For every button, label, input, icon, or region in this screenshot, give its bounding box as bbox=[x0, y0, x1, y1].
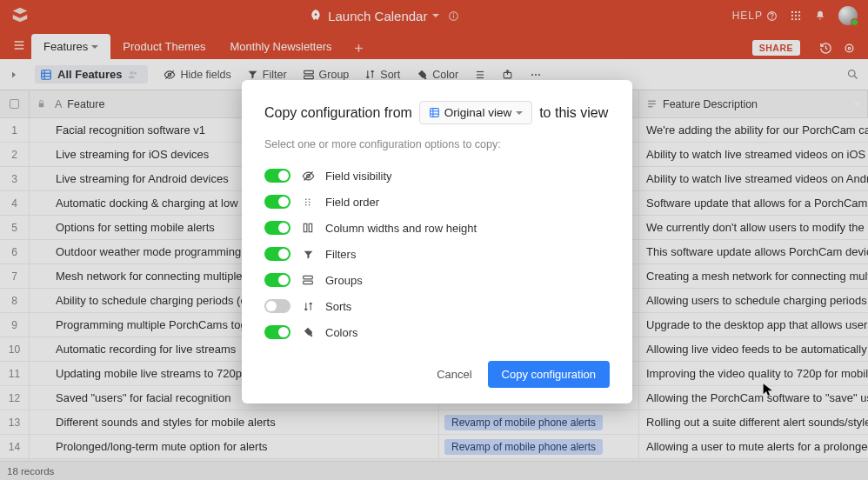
toggle-switch[interactable] bbox=[264, 169, 290, 183]
option-label: Colors bbox=[325, 326, 358, 339]
order-icon bbox=[301, 197, 315, 208]
option-label: Column widths and row height bbox=[325, 222, 477, 235]
toggle-switch[interactable] bbox=[264, 221, 290, 235]
svg-point-55 bbox=[308, 201, 310, 203]
svg-point-52 bbox=[304, 201, 306, 203]
option-label: Field order bbox=[325, 196, 379, 209]
sort-icon bbox=[301, 301, 315, 312]
svg-point-61 bbox=[310, 335, 312, 337]
toggle-switch[interactable] bbox=[264, 325, 290, 339]
svg-rect-58 bbox=[309, 223, 312, 231]
config-option: Column widths and row height bbox=[264, 215, 610, 241]
chevron-down-icon bbox=[516, 111, 523, 115]
config-option: Field visibility bbox=[264, 163, 610, 189]
modal-title-post: to this view bbox=[539, 105, 608, 121]
toggle-switch[interactable] bbox=[264, 299, 290, 313]
modal-title-pre: Copy configuration from bbox=[264, 105, 412, 121]
copy-config-modal: Copy configuration from Original view to… bbox=[242, 80, 632, 403]
svg-point-54 bbox=[308, 198, 310, 200]
svg-rect-60 bbox=[304, 281, 313, 284]
svg-rect-59 bbox=[304, 276, 313, 279]
svg-point-56 bbox=[308, 203, 310, 205]
group-icon bbox=[301, 274, 315, 286]
source-view-select[interactable]: Original view bbox=[419, 101, 532, 124]
option-label: Field visibility bbox=[325, 170, 392, 183]
cancel-button[interactable]: Cancel bbox=[437, 368, 471, 381]
option-label: Filters bbox=[325, 248, 356, 261]
config-option: Groups bbox=[264, 267, 610, 293]
toggle-switch[interactable] bbox=[264, 247, 290, 261]
svg-rect-45 bbox=[430, 109, 438, 117]
svg-point-53 bbox=[304, 203, 306, 205]
config-option: Field order bbox=[264, 189, 610, 215]
toggle-switch[interactable] bbox=[264, 195, 290, 209]
filter-icon bbox=[301, 249, 315, 260]
modal-subtitle: Select one or more configuration options… bbox=[264, 138, 610, 150]
option-label: Groups bbox=[325, 274, 363, 287]
config-option: Sorts bbox=[264, 293, 610, 319]
color-icon bbox=[301, 326, 315, 338]
svg-rect-57 bbox=[304, 223, 307, 231]
option-label: Sorts bbox=[325, 300, 351, 313]
config-option: Filters bbox=[264, 241, 610, 267]
toggle-switch[interactable] bbox=[264, 273, 290, 287]
grid-icon bbox=[429, 107, 440, 118]
widths-icon bbox=[301, 222, 315, 234]
visibility-icon bbox=[301, 170, 315, 183]
config-option: Colors bbox=[264, 319, 610, 345]
copy-configuration-button[interactable]: Copy configuration bbox=[488, 361, 610, 388]
svg-point-51 bbox=[304, 198, 306, 200]
